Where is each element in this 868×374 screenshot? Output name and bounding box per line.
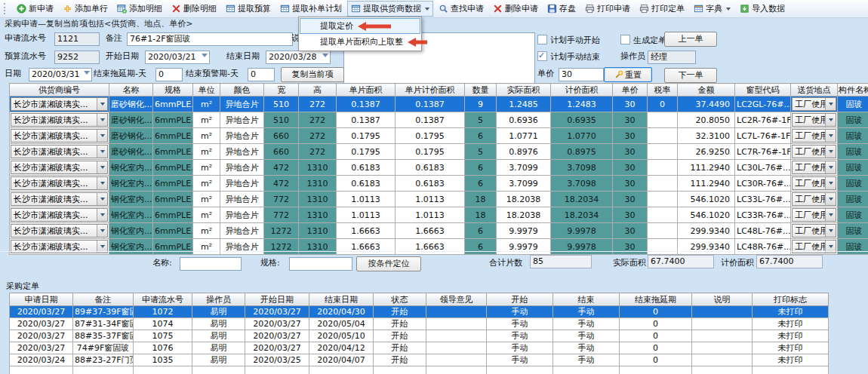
toolbar-button-save[interactable]: 存盘	[543, 1, 580, 17]
supplier-combo[interactable]: 长沙市潇湘玻璃实...	[11, 224, 108, 238]
toolbar-button-add-detail[interactable]: 添加明细	[113, 1, 166, 17]
chevron-down-icon[interactable]	[825, 146, 836, 158]
next-order-button[interactable]: 下一单	[664, 68, 717, 83]
chevron-down-icon[interactable]	[825, 161, 836, 173]
toolbar-button-extract[interactable]: 提取预算	[222, 1, 275, 17]
filter-name-input[interactable]	[180, 257, 242, 271]
operator-field[interactable]: 经理	[648, 51, 696, 64]
reset-button[interactable]: 重置	[604, 67, 652, 82]
checkbox-icon[interactable]	[537, 35, 547, 44]
filter-spec-input[interactable]	[289, 257, 352, 271]
toolbar-button-new[interactable]: 新申请	[13, 1, 57, 17]
remark-input[interactable]: 76#1-2F窗固玻	[127, 32, 293, 46]
delivery-combo[interactable]: 工厂使用	[792, 145, 836, 158]
delivery-combo[interactable]: 工厂使用	[792, 113, 836, 127]
chevron-down-icon[interactable]	[97, 193, 107, 205]
supplier-combo[interactable]: 长沙市潇湘玻璃实...	[11, 192, 108, 206]
items-row[interactable]: 长沙市潇湘玻璃实...磨砂钢化...6mmPLE...m²异地合片5102720…	[10, 112, 868, 128]
delivery-combo[interactable]: 工厂使用	[792, 192, 836, 206]
end-date-select[interactable]: 2020/03/28	[266, 51, 331, 64]
delivery-combo[interactable]: 工厂使用	[792, 224, 836, 238]
toolbar-button-extract[interactable]: 提取补单计划	[276, 1, 346, 17]
chevron-down-icon[interactable]	[825, 98, 836, 110]
chevron-down-icon[interactable]	[97, 209, 107, 221]
table-cell: 2020/04/12	[309, 342, 374, 354]
toolbar-button-add-row[interactable]: 添加单行	[59, 1, 112, 17]
serial-field[interactable]: 1121	[54, 32, 100, 46]
chevron-down-icon[interactable]	[97, 130, 107, 142]
delivery-combo[interactable]: 工厂使用	[792, 176, 836, 190]
checkbox-checked-icon[interactable]	[537, 51, 547, 61]
items-row[interactable]: 长沙市潇湘玻璃实...钢化室内...6mmPLE...m²异地合片4721310…	[10, 176, 868, 192]
copy-current-button[interactable]: 复制当前项	[281, 67, 344, 82]
supplier-combo[interactable]: 长沙市潇湘玻璃实...	[11, 129, 108, 143]
chevron-down-icon[interactable]	[825, 209, 836, 221]
items-row[interactable]: 长沙市潇湘玻璃实...钢化室内...6mmPLE...m²异地合片1272131…	[10, 223, 868, 239]
chevron-down-icon[interactable]	[322, 54, 328, 57]
toolbar-button-extract[interactable]: 提取供货商数据	[347, 1, 433, 17]
supplier-combo[interactable]: 长沙市潇湘玻璃实...	[11, 208, 108, 222]
chevron-down-icon[interactable]	[825, 177, 836, 189]
gen-order-checkbox[interactable]: 生成定单	[620, 33, 666, 47]
order-row[interactable]: 2020/03/2789#37-39F窗固玻1072易明2020/03/2720…	[10, 306, 829, 318]
order-row[interactable]: 2020/03/2787#31-34F窗固玻1074易明2020/03/2720…	[10, 318, 829, 330]
chevron-down-icon[interactable]	[97, 177, 107, 189]
table-cell: 长沙市潇湘玻璃实...	[10, 112, 109, 128]
toolbar-button-import[interactable]: 导入数据	[736, 1, 789, 17]
prev-order-button[interactable]: 上一单	[664, 32, 717, 47]
delivery-combo[interactable]: 工厂使用	[792, 208, 836, 222]
toolbar-button-print[interactable]: 打印申请	[581, 1, 634, 17]
order-row[interactable]: 2020/03/2788#35-37F窗固玻1075易明2020/03/2720…	[10, 330, 829, 342]
menu-item-extract-area-roundup[interactable]: 提取单片面积向上取整	[300, 34, 420, 50]
unit-price-input[interactable]: 30	[559, 68, 604, 81]
toolbar-button-delete[interactable]: 删除申请	[489, 1, 542, 17]
toolbar-button-delete[interactable]: 删除明细	[168, 1, 220, 17]
items-row[interactable]: 长沙市潇湘玻璃实...钢化室内...6mmPLE...m²异地合片1272131…	[10, 239, 868, 255]
warn-input[interactable]: 0	[248, 68, 275, 81]
chevron-down-icon[interactable]	[726, 8, 731, 11]
supplier-combo[interactable]: 长沙市潇湘玻璃实...	[11, 113, 108, 127]
delay-input[interactable]: 0	[155, 68, 183, 81]
chevron-down-icon[interactable]	[97, 146, 107, 158]
delivery-combo[interactable]: 工厂使用	[792, 97, 836, 111]
chevron-down-icon[interactable]	[425, 8, 429, 11]
delivery-combo[interactable]: 工厂使用	[792, 129, 836, 143]
date-select[interactable]: 2020/03/31	[29, 68, 92, 81]
manual-end-checkbox[interactable]: 计划手动结束	[537, 50, 600, 63]
chevron-down-icon[interactable]	[825, 193, 836, 205]
toolbar-button-dictionary[interactable]: 字典	[690, 1, 734, 17]
delivery-combo[interactable]: 工厂使用	[792, 161, 836, 174]
toolbar-button-search[interactable]: 查找申请	[435, 1, 488, 17]
budget-field[interactable]: 9252	[54, 51, 100, 64]
chevron-down-icon[interactable]	[97, 161, 107, 173]
chevron-down-icon[interactable]	[97, 114, 107, 126]
locate-button[interactable]: 按条件定位	[356, 256, 421, 271]
supplier-combo[interactable]: 长沙市潇湘玻璃实...	[11, 97, 108, 111]
items-row[interactable]: 长沙市潇湘玻璃实...钢化室内...6mmPLE...m²异地合片7721310…	[10, 207, 868, 223]
items-row[interactable]: 长沙市潇湘玻璃实...钢化室内...6mmPLE...m²异地合片4721310…	[10, 160, 868, 176]
supplier-combo[interactable]: 长沙市潇湘玻璃实...	[11, 176, 108, 190]
manual-start-checkbox[interactable]: 计划手动开始	[537, 33, 600, 47]
table-cell: 手动	[487, 354, 553, 366]
items-row[interactable]: 长沙市潇湘玻璃实...磨砂钢化...6mmPLE...m²异地合片6602720…	[10, 128, 868, 144]
table-cell: 0.6936	[497, 112, 551, 128]
order-row[interactable]: 2020/03/2488#23-27F门页玻1035易明2020/03/2520…	[10, 354, 829, 366]
items-row[interactable]: 长沙市潇湘玻璃实...磨砂钢化...6mmPLE...m²异地合片5102720…	[10, 97, 868, 112]
order-row[interactable]: 2020/03/2774#9F窗固玻1076易明2020/03/272020/0…	[10, 342, 829, 354]
chevron-down-icon[interactable]	[202, 54, 208, 57]
chevron-down-icon[interactable]	[825, 114, 836, 126]
chevron-down-icon[interactable]	[97, 98, 107, 110]
chevron-down-icon[interactable]	[84, 71, 90, 75]
menu-item-extract-pricing[interactable]: 提取定价	[300, 18, 420, 34]
items-row[interactable]: 长沙市潇湘玻璃实...磨砂钢化...6mmPLE...m²异地合片6602720…	[10, 144, 868, 160]
toolbar-button-print[interactable]: 打印定单	[636, 1, 688, 17]
table-cell: 长沙市潇湘玻璃实...	[10, 192, 109, 207]
chevron-down-icon[interactable]	[825, 225, 836, 237]
supplier-combo[interactable]: 长沙市潇湘玻璃实...	[11, 145, 108, 158]
chevron-down-icon[interactable]	[825, 130, 836, 142]
chevron-down-icon[interactable]	[97, 225, 107, 237]
checkbox-icon[interactable]	[620, 35, 630, 44]
start-date-select[interactable]: 2020/03/21	[145, 51, 210, 64]
supplier-combo[interactable]: 长沙市潇湘玻璃实...	[11, 161, 108, 174]
items-row[interactable]: 长沙市潇湘玻璃实...钢化室内...6mmPLE...m²异地合片7721310…	[10, 192, 868, 207]
